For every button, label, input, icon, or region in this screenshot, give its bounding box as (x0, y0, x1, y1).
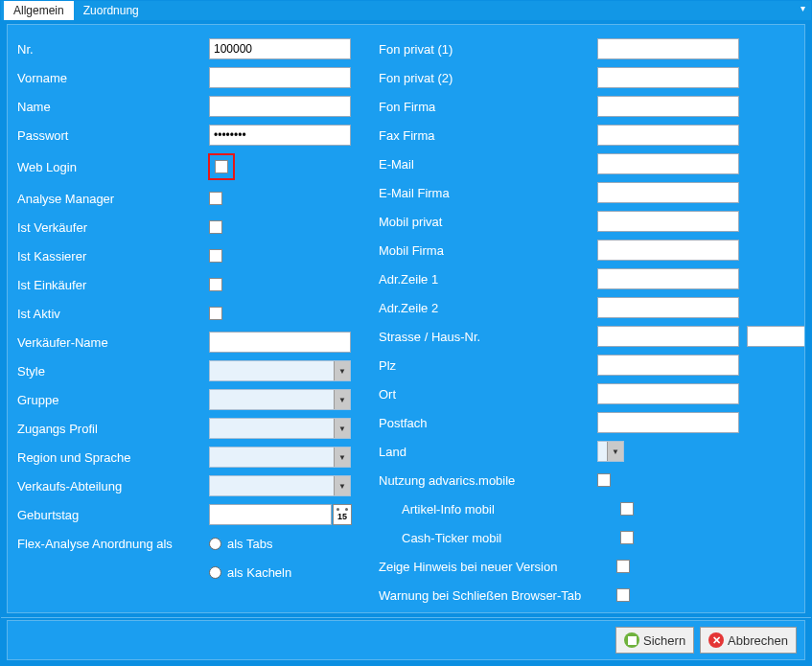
haus-nr-field[interactable] (747, 326, 805, 347)
style-select[interactable]: ▼ (209, 360, 351, 381)
cancel-icon: ✕ (708, 632, 724, 648)
label-style: Style (17, 364, 209, 379)
ist-kassierer-checkbox[interactable] (209, 249, 222, 263)
label-flex-anordnung: Flex-Analyse Anordnung als (17, 537, 209, 551)
region-sprache-select[interactable]: ▼ (209, 447, 351, 468)
plz-field[interactable] (597, 355, 739, 376)
fon-privat-1-field[interactable] (597, 38, 739, 59)
tab-zuordnung[interactable]: Zuordnung (74, 1, 149, 20)
strasse-field[interactable] (597, 326, 739, 347)
email-field[interactable] (597, 153, 739, 174)
ort-field[interactable] (597, 383, 739, 404)
label-mobil-privat: Mobil privat (379, 215, 597, 229)
adr-zeile-1-field[interactable] (597, 268, 739, 289)
chevron-down-icon: ▼ (334, 390, 350, 409)
sichern-button[interactable]: Sichern (615, 627, 694, 654)
label-als-kacheln: als Kacheln (227, 565, 291, 580)
web-login-checkbox[interactable] (215, 160, 228, 173)
web-login-highlight (208, 153, 235, 180)
fon-firma-field[interactable] (597, 96, 739, 117)
tab-bar: Allgemein Zuordnung ▾ (1, 1, 811, 20)
mobil-firma-field[interactable] (597, 240, 739, 261)
label-als-tabs: als Tabs (227, 537, 272, 551)
label-gruppe: Gruppe (17, 393, 209, 407)
fon-privat-2-field[interactable] (597, 67, 739, 88)
label-email: E-Mail (379, 157, 597, 172)
label-verkaufs-abteilung: Verkaufs-Abteilung (17, 479, 209, 494)
label-name: Name (17, 100, 209, 114)
footer-bar: Sichern ✕Abbrechen (7, 620, 805, 660)
land-select[interactable]: ▼ (597, 441, 624, 462)
email-firma-field[interactable] (597, 182, 739, 203)
warnung-schliessen-checkbox[interactable] (616, 588, 630, 602)
sichern-label: Sichern (643, 633, 685, 648)
label-zugangs-profil: Zugangs Profil (17, 422, 209, 436)
radio-als-kacheln[interactable] (209, 566, 221, 579)
abbrechen-button[interactable]: ✕Abbrechen (700, 627, 797, 654)
label-region-sprache: Region und Sprache (17, 450, 209, 465)
label-nutzung-advarics: Nutzung advarics.mobile (379, 473, 597, 488)
cash-ticker-checkbox[interactable] (620, 531, 634, 544)
passwort-field[interactable] (209, 125, 351, 146)
radio-als-tabs[interactable] (209, 538, 221, 550)
verkaufs-abteilung-select[interactable]: ▼ (209, 475, 351, 496)
form-panel: Nr. Vorname Name Passwort Web Login Anal… (7, 24, 805, 613)
label-postfach: Postfach (379, 416, 597, 430)
label-zeige-hinweis: Zeige Hinweis bei neuer Version (379, 560, 616, 574)
label-adr-zeile-1: Adr.Zeile 1 (379, 272, 597, 287)
calendar-button[interactable]: 15 (333, 504, 352, 525)
label-artikel-info: Artikel-Info mobil (379, 502, 597, 517)
ist-einkaeufer-checkbox[interactable] (209, 278, 222, 291)
label-land: Land (379, 445, 597, 459)
artikel-info-checkbox[interactable] (620, 502, 634, 516)
label-mobil-firma: Mobil Firma (379, 243, 597, 258)
label-geburtstag: Geburtstag (17, 508, 209, 522)
nutzung-advarics-checkbox[interactable] (597, 473, 611, 487)
label-web-login: Web Login (17, 160, 209, 174)
chevron-down-icon: ▼ (334, 476, 350, 495)
verkaeufer-name-field[interactable] (209, 332, 351, 353)
ist-aktiv-checkbox[interactable] (209, 307, 222, 320)
label-warnung-schliessen: Warnung bei Schließen Browser-Tab (379, 588, 616, 603)
abbrechen-label: Abbrechen (728, 633, 788, 648)
vorname-field[interactable] (209, 67, 351, 88)
label-fon-privat-1: Fon privat (1) (379, 42, 597, 57)
geburtstag-field[interactable] (209, 504, 332, 525)
zugangs-profil-select[interactable]: ▼ (209, 418, 351, 439)
label-nr: Nr. (17, 42, 209, 57)
label-adr-zeile-2: Adr.Zeile 2 (379, 301, 597, 315)
zeige-hinweis-checkbox[interactable] (616, 560, 630, 573)
calendar-icon: 15 (337, 513, 347, 521)
label-verkaeufer-name: Verkäufer-Name (17, 335, 209, 350)
label-ort: Ort (379, 387, 597, 402)
label-email-firma: E-Mail Firma (379, 186, 597, 200)
label-cash-ticker: Cash-Ticker mobil (379, 531, 597, 545)
label-fon-privat-2: Fon privat (2) (379, 71, 597, 85)
name-field[interactable] (209, 96, 351, 117)
chevron-down-icon: ▼ (334, 448, 350, 467)
tab-allgemein[interactable]: Allgemein (4, 1, 74, 20)
label-ist-einkaeufer: Ist Einkäufer (17, 278, 209, 292)
ist-verkaeufer-checkbox[interactable] (209, 220, 222, 234)
label-ist-verkaeufer: Ist Verkäufer (17, 220, 209, 235)
chevron-down-icon: ▼ (334, 419, 350, 438)
label-ist-aktiv: Ist Aktiv (17, 307, 209, 321)
postfach-field[interactable] (597, 412, 739, 433)
gruppe-select[interactable]: ▼ (209, 389, 351, 410)
chevron-down-icon: ▼ (607, 442, 623, 461)
save-icon (624, 632, 639, 648)
label-passwort: Passwort (17, 128, 209, 143)
chevron-down-icon: ▼ (334, 361, 350, 380)
fax-firma-field[interactable] (597, 125, 739, 146)
label-plz: Plz (379, 358, 597, 373)
analyse-manager-checkbox[interactable] (209, 192, 222, 205)
label-fax-firma: Fax Firma (379, 128, 597, 143)
adr-zeile-2-field[interactable] (597, 297, 739, 318)
label-analyse-manager: Analyse Manager (17, 192, 209, 206)
mobil-privat-field[interactable] (597, 211, 739, 232)
label-fon-firma: Fon Firma (379, 100, 597, 114)
label-vorname: Vorname (17, 71, 209, 85)
expand-icon[interactable]: ▾ (800, 3, 805, 13)
nr-field[interactable] (209, 38, 351, 59)
label-ist-kassierer: Ist Kassierer (17, 249, 209, 264)
